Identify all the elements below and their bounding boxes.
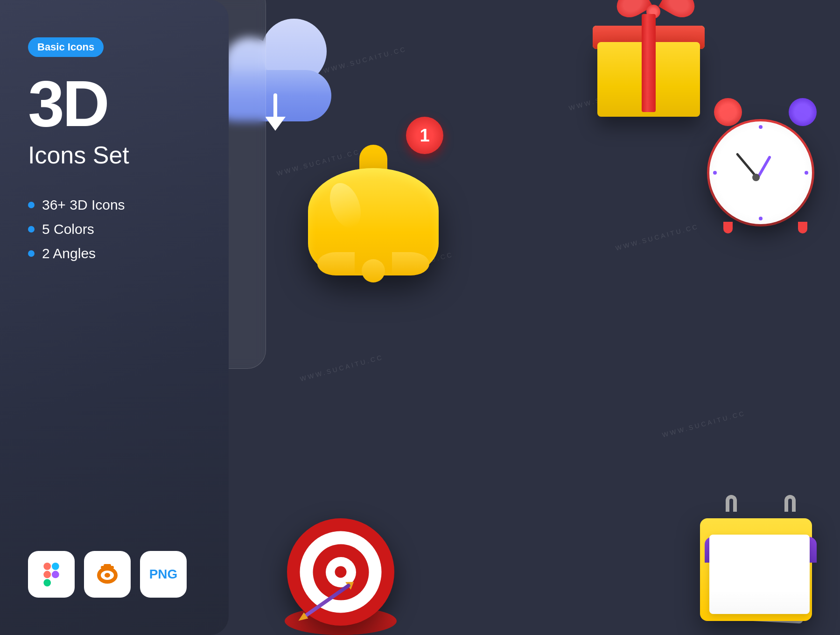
clock-dot-3 <box>805 171 808 175</box>
arrow-head <box>265 117 286 131</box>
hero-title-3d: 3D <box>28 71 201 136</box>
bell-clapper <box>362 259 385 282</box>
arrow-shaft <box>273 93 277 119</box>
tool-badges-container: PNG <box>28 551 201 598</box>
bell-body <box>308 145 439 275</box>
calendar-icon <box>695 486 826 626</box>
target-icon <box>275 476 406 635</box>
png-label: PNG <box>149 567 178 582</box>
bell-notch-left <box>317 252 355 275</box>
clock-dot-12 <box>759 125 763 129</box>
icons-area: WWW.SUCAITU.CC WWW.SUCAITU.CC WWW.SUCAIT… <box>229 0 840 635</box>
calendar-ring-left <box>726 495 737 512</box>
calendar-ring-right <box>784 495 796 512</box>
category-badge: Basic Icons <box>28 37 104 57</box>
watermark-7: WWW.SUCAITU.CC <box>661 409 746 438</box>
clock-dot-9 <box>713 171 717 175</box>
target-center <box>335 566 347 578</box>
clock-bell-right <box>789 98 817 126</box>
watermark-4: WWW.SUCAITU.CC <box>299 353 384 382</box>
figma-icon <box>39 562 63 586</box>
svg-point-4 <box>52 571 59 579</box>
bullet-icon <box>28 226 35 233</box>
figma-badge[interactable] <box>28 551 75 598</box>
feature-item-2: 5 Colors <box>28 221 201 237</box>
gift-box <box>597 42 700 117</box>
png-badge[interactable]: PNG <box>140 551 187 598</box>
target-ring-2 <box>300 531 382 613</box>
clock-dot-6 <box>759 217 763 220</box>
watermark-6: WWW.SUCAITU.CC <box>615 222 700 252</box>
svg-point-7 <box>105 573 110 578</box>
clock-foot-left <box>723 222 733 233</box>
clock-foot-right <box>798 222 807 233</box>
svg-rect-0 <box>43 563 51 570</box>
feature-item-3: 2 Angles <box>28 246 201 261</box>
svg-rect-1 <box>52 563 59 570</box>
bell-notification-icon: 1 <box>299 112 457 289</box>
svg-rect-3 <box>43 579 51 586</box>
svg-rect-2 <box>43 571 51 579</box>
bullet-icon <box>28 202 35 208</box>
alarm-clock-icon <box>700 93 831 233</box>
bullet-icon <box>28 250 35 257</box>
left-panel: Basic Icons 3D Icons Set 36+ 3D Icons 5 … <box>0 0 229 635</box>
bell-notch-right <box>392 252 429 275</box>
clock-bell-left <box>714 98 742 126</box>
blender-icon <box>94 561 120 587</box>
clock-center-dot <box>752 174 760 181</box>
hero-subtitle: Icons Set <box>28 141 201 169</box>
calendar-paper <box>709 535 810 614</box>
blender-badge[interactable] <box>84 551 131 598</box>
feature-item-1: 36+ 3D Icons <box>28 197 201 213</box>
bell-shine <box>324 179 367 232</box>
gift-bow-right <box>658 0 700 23</box>
gift-icon <box>588 0 719 121</box>
gift-ribbon-vertical <box>642 14 656 112</box>
target-board <box>287 518 394 626</box>
features-list: 36+ 3D Icons 5 Colors 2 Angles <box>28 197 201 270</box>
bell-notification-badge: 1 <box>406 117 443 154</box>
calendar-body <box>700 518 812 621</box>
